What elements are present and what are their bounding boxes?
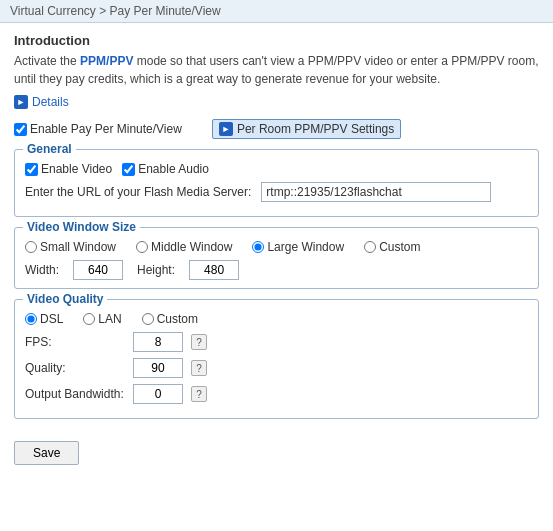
general-group: General Enable Video Enable Audio Enter … xyxy=(14,149,539,217)
enable-ppm-checkbox-label[interactable]: Enable Pay Per Minute/View xyxy=(14,122,182,136)
height-input[interactable] xyxy=(189,260,239,280)
middle-window-text: Middle Window xyxy=(151,240,232,254)
fps-label: FPS: xyxy=(25,335,125,349)
url-input[interactable] xyxy=(261,182,491,202)
breadcrumb: Virtual Currency > Pay Per Minute/View xyxy=(0,0,553,23)
intro-highlight: PPM/PPV xyxy=(80,54,133,68)
custom-window-text: Custom xyxy=(379,240,420,254)
save-button[interactable]: Save xyxy=(14,441,79,465)
enable-video-text: Enable Video xyxy=(41,162,112,176)
custom-quality-text: Custom xyxy=(157,312,198,326)
quality-row: Quality: ? xyxy=(25,358,528,378)
large-window-label[interactable]: Large Window xyxy=(252,240,344,254)
enable-video-checkbox[interactable] xyxy=(25,163,38,176)
enable-audio-label[interactable]: Enable Audio xyxy=(122,162,209,176)
window-size-radio-group: Small Window Middle Window Large Window … xyxy=(25,240,528,254)
width-label: Width: xyxy=(25,263,59,277)
custom-quality-label[interactable]: Custom xyxy=(142,312,198,326)
per-room-icon: ► xyxy=(219,122,233,136)
custom-quality-radio[interactable] xyxy=(142,313,154,325)
small-window-radio[interactable] xyxy=(25,241,37,253)
video-quality-group: Video Quality DSL LAN Custom FPS: xyxy=(14,299,539,419)
details-label: Details xyxy=(32,95,69,109)
url-label: Enter the URL of your Flash Media Server… xyxy=(25,185,251,199)
large-window-radio[interactable] xyxy=(252,241,264,253)
per-room-label: Per Room PPM/PPV Settings xyxy=(237,122,394,136)
top-options: Enable Pay Per Minute/View ► Per Room PP… xyxy=(14,119,539,139)
bandwidth-input[interactable] xyxy=(133,384,183,404)
bandwidth-row: Output Bandwidth: ? xyxy=(25,384,528,404)
size-inputs-row: Width: Height: xyxy=(25,260,528,280)
general-checkboxes-row: Enable Video Enable Audio xyxy=(25,162,528,176)
custom-window-radio[interactable] xyxy=(364,241,376,253)
url-row: Enter the URL of your Flash Media Server… xyxy=(25,182,528,202)
dsl-radio[interactable] xyxy=(25,313,37,325)
dsl-text: DSL xyxy=(40,312,63,326)
middle-window-radio[interactable] xyxy=(136,241,148,253)
fps-help-icon[interactable]: ? xyxy=(191,334,207,350)
small-window-text: Small Window xyxy=(40,240,116,254)
custom-window-label[interactable]: Custom xyxy=(364,240,420,254)
enable-ppm-label: Enable Pay Per Minute/View xyxy=(30,122,182,136)
quality-help-icon[interactable]: ? xyxy=(191,360,207,376)
details-icon: ► xyxy=(14,95,28,109)
quality-input[interactable] xyxy=(133,358,183,378)
quality-label: Quality: xyxy=(25,361,125,375)
enable-ppm-checkbox[interactable] xyxy=(14,123,27,136)
video-quality-label: Video Quality xyxy=(23,292,107,306)
small-window-label[interactable]: Small Window xyxy=(25,240,116,254)
enable-audio-text: Enable Audio xyxy=(138,162,209,176)
bandwidth-help-icon[interactable]: ? xyxy=(191,386,207,402)
video-window-size-group: Video Window Size Small Window Middle Wi… xyxy=(14,227,539,289)
height-label: Height: xyxy=(137,263,175,277)
lan-label[interactable]: LAN xyxy=(83,312,121,326)
breadcrumb-separator: > xyxy=(99,4,109,18)
middle-window-label[interactable]: Middle Window xyxy=(136,240,232,254)
intro-section: Introduction Activate the PPM/PPV mode s… xyxy=(14,33,539,119)
general-group-label: General xyxy=(23,142,76,156)
intro-body: Activate the PPM/PPV mode so that users … xyxy=(14,52,539,88)
dsl-label[interactable]: DSL xyxy=(25,312,63,326)
large-window-text: Large Window xyxy=(267,240,344,254)
per-room-button[interactable]: ► Per Room PPM/PPV Settings xyxy=(212,119,401,139)
details-link[interactable]: ► Details xyxy=(14,95,69,109)
intro-title: Introduction xyxy=(14,33,539,48)
enable-audio-checkbox[interactable] xyxy=(122,163,135,176)
width-input[interactable] xyxy=(73,260,123,280)
enable-video-label[interactable]: Enable Video xyxy=(25,162,112,176)
fps-input[interactable] xyxy=(133,332,183,352)
breadcrumb-part1: Virtual Currency xyxy=(10,4,96,18)
lan-radio[interactable] xyxy=(83,313,95,325)
lan-text: LAN xyxy=(98,312,121,326)
breadcrumb-part2: Pay Per Minute/View xyxy=(110,4,221,18)
video-window-size-label: Video Window Size xyxy=(23,220,140,234)
fps-row: FPS: ? xyxy=(25,332,528,352)
quality-radio-group: DSL LAN Custom xyxy=(25,312,528,326)
bandwidth-label: Output Bandwidth: xyxy=(25,387,125,401)
